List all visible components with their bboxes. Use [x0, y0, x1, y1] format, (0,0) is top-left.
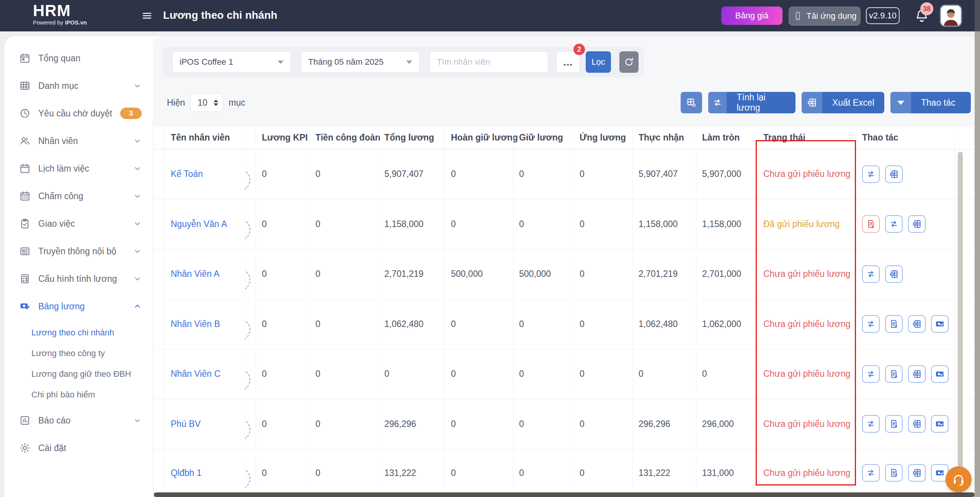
table-vertical-scrollbar[interactable]	[958, 152, 963, 488]
sidebar-submenu-salary: Lương theo chi nhánhLương theo công tyLư…	[5, 320, 153, 407]
sidebar-item-9[interactable]: Bảng lương	[5, 293, 153, 320]
cell-total: 0	[378, 349, 445, 399]
excel-icon	[912, 319, 922, 329]
employee-search-input[interactable]	[430, 51, 548, 73]
swap-icon	[866, 419, 876, 429]
month-select[interactable]: Tháng 05 năm 2025	[301, 51, 420, 73]
row-action-swap-button[interactable]	[862, 315, 880, 333]
cell-advance: 0	[573, 349, 632, 399]
row-action-money-check-button[interactable]	[931, 315, 949, 333]
sidebar-item-11[interactable]: Cài đặt	[5, 434, 153, 462]
cell-net: 2,701,219	[632, 249, 696, 299]
cell-rounded: 1,062,000	[696, 299, 757, 349]
sidebar-subitem[interactable]: Chi phí bảo hiểm	[5, 384, 153, 405]
sidebar-item-5[interactable]: Chấm công	[5, 182, 153, 210]
sidebar-item-label: Cài đặt	[38, 443, 142, 453]
table-horizontal-scrollbar[interactable]	[154, 492, 975, 497]
employee-name-link[interactable]: Nguyễn Văn A	[171, 219, 227, 229]
row-action-swap-button[interactable]	[862, 464, 880, 482]
cell-rounded: 0	[696, 349, 757, 399]
calculator-icon	[19, 273, 31, 284]
row-action-excel-button[interactable]	[885, 165, 903, 183]
user-avatar[interactable]	[940, 5, 962, 27]
row-action-money-check-button[interactable]	[931, 415, 949, 433]
sidebar-item-label: Báo cáo	[38, 415, 133, 426]
row-action-swap-button[interactable]	[862, 365, 880, 383]
bulk-actions-button[interactable]: Thao tác	[890, 92, 971, 113]
cell-kpi: 0	[256, 249, 309, 299]
sidebar-item-0[interactable]: Tổng quan	[5, 44, 153, 72]
swap-icon	[866, 369, 876, 379]
row-action-swap-button[interactable]	[862, 165, 880, 183]
employee-name-link[interactable]: Nhân Viên A	[171, 269, 219, 279]
hamburger-menu-icon[interactable]	[141, 10, 153, 21]
row-action-excel-button[interactable]	[908, 365, 926, 383]
page-size-select[interactable]: 10	[190, 93, 223, 112]
employee-name-link[interactable]: Qlđbh 1	[171, 468, 202, 478]
row-action-excel-button[interactable]	[885, 265, 903, 283]
chevron-down-icon	[133, 192, 142, 200]
employee-name-link[interactable]: Phú BV	[171, 419, 201, 429]
row-action-doc-send-button[interactable]	[885, 464, 903, 482]
status-cell: Chưa gửi phiếu lương	[757, 399, 856, 449]
row-action-excel-button[interactable]	[908, 464, 926, 482]
row-action-doc-x-button[interactable]	[862, 215, 880, 233]
cell-net: 1,062,480	[632, 299, 696, 349]
row-action-money-check-button[interactable]	[931, 365, 949, 383]
filter-apply-button[interactable]: Lọc	[586, 51, 611, 73]
row-action-excel-button[interactable]	[908, 315, 926, 333]
column-header-net: Thực nhận	[632, 126, 696, 149]
sidebar-subitem[interactable]: Lương theo công ty	[5, 343, 153, 364]
row-action-excel-button[interactable]	[908, 215, 926, 233]
sidebar-subitem[interactable]: Lương theo chi nhánh	[5, 322, 153, 343]
payroll-icon	[19, 301, 31, 312]
row-action-doc-send-button[interactable]	[885, 315, 903, 333]
row-action-doc-send-button[interactable]	[885, 365, 903, 383]
sidebar-item-3[interactable]: Nhân viên	[5, 127, 153, 155]
cell-union_fee: 0	[309, 149, 378, 199]
employee-name-link[interactable]: Nhân Viên B	[171, 319, 220, 329]
reset-filters-button[interactable]	[619, 51, 639, 73]
cell-union_fee: 0	[309, 299, 378, 349]
sidebar-item-4[interactable]: Lịch làm việc	[5, 155, 153, 182]
doc-x-icon	[866, 219, 876, 229]
window-scrollbar[interactable]	[975, 0, 980, 497]
cell-total: 296,296	[378, 399, 445, 449]
sidebar-item-6[interactable]: Giao việc	[5, 210, 153, 237]
sidebar-divider	[153, 36, 154, 497]
branch-select[interactable]: iPOS Coffee 1	[172, 51, 291, 73]
recalculate-salary-button[interactable]: Tính lại lương	[708, 92, 795, 113]
employee-name-link[interactable]: Kế Toán	[171, 169, 203, 179]
download-app-button[interactable]: Tải ứng dụng	[789, 7, 861, 26]
cell-refund_hold: 0	[445, 199, 513, 249]
row-action-swap-button[interactable]	[862, 265, 880, 283]
row-action-swap-button[interactable]	[862, 415, 880, 433]
dashed-circle-placeholder	[245, 169, 250, 191]
support-headset-button[interactable]	[946, 466, 972, 492]
money-check-icon	[935, 468, 945, 478]
sidebar-item-10[interactable]: Báo cáo	[5, 407, 153, 434]
column-settings-button[interactable]	[681, 92, 702, 113]
pricing-button[interactable]: Bảng giá	[721, 7, 782, 25]
row-action-doc-send-button[interactable]	[885, 415, 903, 433]
sidebar-item-7[interactable]: Truyền thông nội bộ	[5, 237, 153, 265]
clipped-column-header: n	[245, 126, 255, 149]
cell-rounded: 1,158,000	[696, 199, 757, 249]
employee-name-link[interactable]: Nhân Viên C	[171, 369, 220, 379]
excel-icon	[889, 269, 899, 279]
version-badge[interactable]: v2.9.10	[866, 7, 900, 24]
page-size-label-items: mục	[229, 98, 245, 108]
sidebar-item-8[interactable]: Cấu hình tính lương	[5, 265, 153, 293]
sidebar-item-2[interactable]: Yêu cầu chờ duyệt3	[5, 100, 153, 127]
export-excel-button[interactable]: Xuất Excel	[802, 92, 884, 113]
row-action-excel-button[interactable]	[908, 415, 926, 433]
cell-hold: 0	[513, 399, 573, 449]
cell-hold: 0	[513, 299, 573, 349]
row-action-swap-button[interactable]	[885, 215, 903, 233]
clipboard-check-icon	[19, 218, 31, 229]
cell-refund_hold: 0	[445, 149, 513, 199]
sidebar-item-1[interactable]: Danh mục	[5, 72, 153, 100]
sidebar-subitem[interactable]: Lương đang giữ theo ĐBH	[5, 364, 153, 384]
overview-calendar-icon	[19, 52, 31, 64]
swap-icon	[866, 269, 876, 279]
